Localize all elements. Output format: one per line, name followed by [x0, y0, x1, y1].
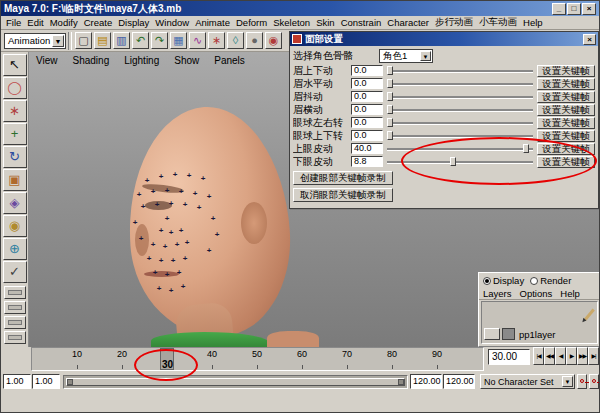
dialog-close-icon[interactable]: ×	[583, 34, 596, 45]
four-pane-layout-button[interactable]	[4, 301, 26, 314]
menu-item-0[interactable]: File	[3, 17, 24, 28]
set-keyframe-button-0[interactable]: 设置关键帧	[537, 65, 595, 77]
radio-icon[interactable]	[530, 277, 538, 285]
slider-value-field-6[interactable]: 40.0	[351, 143, 383, 154]
persp-outliner-layout-button[interactable]	[4, 316, 26, 329]
menu-item-8[interactable]: Skeleton	[270, 17, 313, 28]
ipr-render-icon[interactable]: ◉	[265, 32, 282, 49]
slider-handle-0[interactable]	[387, 66, 393, 75]
two-pane-layout-button[interactable]	[4, 331, 26, 344]
rotate-tool[interactable]: ↻	[3, 146, 27, 168]
menu-item-3[interactable]: Create	[81, 17, 116, 28]
make-live-icon[interactable]: ◊	[227, 32, 244, 49]
set-keyframe-button-6[interactable]: 设置关键帧	[537, 143, 595, 155]
menu-item-12[interactable]: 步行动画	[432, 16, 476, 29]
slider-handle-3[interactable]	[387, 105, 393, 114]
show-manipulator-tool[interactable]: ⊕	[3, 238, 27, 260]
slider-track-6[interactable]	[387, 143, 533, 154]
single-pane-layout-button[interactable]	[4, 286, 26, 299]
set-keyframe-button-4[interactable]: 设置关键帧	[537, 117, 595, 129]
menu-set-selector[interactable]: Animation ▼	[4, 33, 66, 49]
universal-manipulator-tool[interactable]: ◈	[3, 192, 27, 214]
slider-value-field-3[interactable]: 0.0	[351, 104, 383, 115]
layer-row[interactable]: pp1layer	[484, 327, 595, 341]
menu-item-1[interactable]: Edit	[24, 17, 46, 28]
set-keyframe-button-7[interactable]: 设置关键帧	[537, 156, 595, 168]
slider-handle-7[interactable]	[450, 157, 456, 166]
snap-grid-icon[interactable]: ▦	[170, 32, 187, 49]
go-to-start-button[interactable]: |◀	[533, 347, 544, 365]
play-forward-button[interactable]: ▶	[566, 347, 577, 365]
dialog-title-bar[interactable]: 面部设置 ×	[290, 32, 598, 46]
lasso-tool[interactable]: ◯	[3, 77, 27, 99]
playback-end-field[interactable]: 120.00	[410, 374, 442, 389]
close-button[interactable]: ×	[582, 3, 596, 15]
slider-handle-1[interactable]	[387, 79, 393, 88]
range-end-handle[interactable]	[398, 379, 404, 385]
menu-item-4[interactable]: Display	[115, 17, 152, 28]
slider-value-field-7[interactable]: 8.8	[351, 156, 383, 167]
title-bar[interactable]: Maya 7.0: F:\临时文件\maya7人体3.mb _ □ ×	[1, 1, 599, 16]
create-eye-key-record-button[interactable]: 创建眼部关键帧录制	[293, 171, 393, 185]
save-scene-icon[interactable]: ▥	[113, 32, 130, 49]
slider-handle-4[interactable]	[387, 118, 393, 127]
last-tool[interactable]: ✓	[3, 261, 27, 283]
radio-selected-icon[interactable]	[483, 277, 491, 285]
scale-tool[interactable]: ▣	[3, 169, 27, 191]
menu-item-11[interactable]: Character	[384, 17, 432, 28]
menu-item-2[interactable]: Modify	[47, 17, 81, 28]
current-time-field[interactable]: 30.00	[488, 349, 530, 365]
new-scene-icon[interactable]: ▢	[75, 32, 92, 49]
menu-item-7[interactable]: Deform	[233, 17, 270, 28]
slider-track-5[interactable]	[387, 130, 533, 141]
set-keyframe-button-2[interactable]: 设置关键帧	[537, 91, 595, 103]
panel-menu-shading[interactable]: Shading	[73, 55, 110, 66]
slider-track-7[interactable]	[387, 156, 533, 167]
chevron-down-icon[interactable]: ▼	[420, 51, 431, 61]
slider-track-1[interactable]	[387, 78, 533, 89]
open-scene-icon[interactable]: ▤	[94, 32, 111, 49]
set-keyframe-button-3[interactable]: 设置关键帧	[537, 104, 595, 116]
slider-track-0[interactable]	[387, 65, 533, 76]
layer-visibility-toggle[interactable]	[484, 328, 500, 340]
panel-menu-view[interactable]: View	[36, 55, 58, 66]
help-menu[interactable]: Help	[560, 288, 580, 299]
cancel-eye-key-record-button[interactable]: 取消眼部关键帧录制	[293, 188, 393, 202]
chevron-down-icon[interactable]: ▼	[52, 35, 64, 47]
menu-item-6[interactable]: Animate	[192, 17, 233, 28]
render-radio[interactable]: Render	[530, 275, 571, 286]
slider-track-2[interactable]	[387, 91, 533, 102]
slider-value-field-2[interactable]: 0.0	[351, 91, 383, 102]
maximize-button[interactable]: □	[567, 3, 581, 15]
snap-curve-icon[interactable]: ∿	[189, 32, 206, 49]
playback-start-field[interactable]: 1.00	[32, 374, 60, 389]
panel-menu-show[interactable]: Show	[174, 55, 199, 66]
slider-value-field-1[interactable]: 0.0	[351, 78, 383, 89]
go-to-end-button[interactable]: ▶|	[588, 347, 599, 365]
layer-list[interactable]: pp1layer	[481, 301, 598, 344]
set-key-button-small[interactable]	[577, 374, 587, 389]
snap-point-icon[interactable]: ∗	[208, 32, 225, 49]
slider-handle-5[interactable]	[387, 131, 393, 140]
menu-item-5[interactable]: Window	[152, 17, 192, 28]
slider-value-field-5[interactable]: 0.0	[351, 130, 383, 141]
auto-key-button[interactable]	[589, 374, 599, 389]
slider-value-field-0[interactable]: 0.0	[351, 65, 383, 76]
panel-menu-panels[interactable]: Panels	[214, 55, 245, 66]
undo-icon[interactable]: ↶	[132, 32, 149, 49]
slider-handle-2[interactable]	[387, 92, 393, 101]
panel-menu-lighting[interactable]: Lighting	[124, 55, 159, 66]
menu-item-14[interactable]: Help	[520, 17, 546, 28]
move-tool[interactable]: +	[3, 123, 27, 145]
menu-item-9[interactable]: Skin	[313, 17, 337, 28]
soft-mod-tool[interactable]: ◉	[3, 215, 27, 237]
menu-item-10[interactable]: Constrain	[338, 17, 385, 28]
layers-menu[interactable]: Layers	[483, 288, 512, 299]
menu-item-13[interactable]: 小车动画	[476, 16, 520, 29]
display-radio[interactable]: Display	[483, 275, 524, 286]
animation-start-field[interactable]: 1.00	[3, 374, 31, 389]
animation-end-field[interactable]: 120.00	[443, 374, 475, 389]
chevron-down-icon[interactable]: ▼	[562, 376, 573, 387]
step-back-button[interactable]: ◀◀	[544, 347, 555, 365]
set-keyframe-button-1[interactable]: 设置关键帧	[537, 78, 595, 90]
